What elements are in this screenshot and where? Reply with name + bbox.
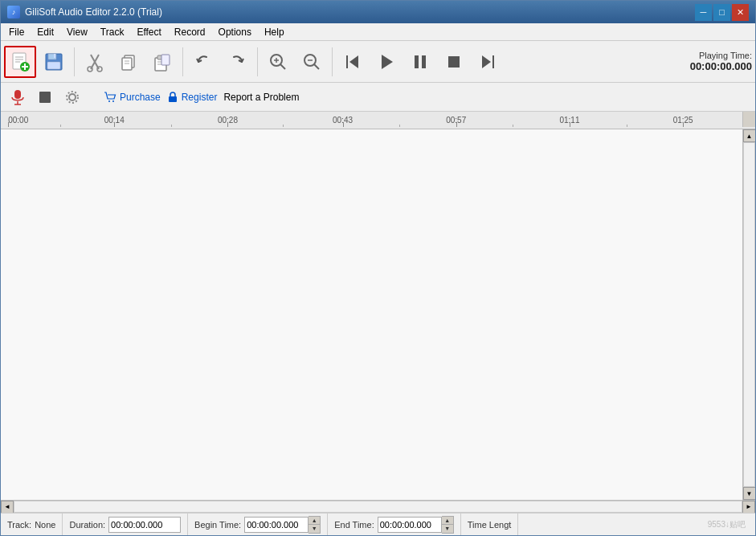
record-stop-icon bbox=[37, 89, 53, 105]
menu-track[interactable]: Track bbox=[94, 23, 131, 40]
track-label: Track: bbox=[7, 520, 31, 530]
settings-button[interactable] bbox=[60, 86, 84, 108]
end-time-spinner: ▲ ▼ bbox=[378, 516, 454, 534]
scroll-left-arrow[interactable]: ◄ bbox=[1, 501, 14, 513]
duration-field: Duration: bbox=[63, 513, 188, 535]
svg-rect-36 bbox=[448, 56, 460, 68]
purchase-label: Purchase bbox=[120, 92, 161, 103]
cut-icon bbox=[84, 51, 105, 72]
redo-button[interactable] bbox=[221, 46, 253, 78]
corner-stub bbox=[742, 112, 755, 127]
svg-rect-42 bbox=[39, 92, 51, 103]
copy-button[interactable] bbox=[112, 46, 145, 78]
begin-time-spin-up[interactable]: ▲ bbox=[309, 517, 320, 525]
register-label: Register bbox=[182, 92, 218, 103]
vertical-scrollbar[interactable]: ▲ ▼ bbox=[742, 129, 755, 500]
paste-icon bbox=[152, 51, 173, 72]
svg-rect-47 bbox=[169, 96, 177, 102]
paste-button[interactable] bbox=[146, 46, 178, 78]
save-icon bbox=[43, 51, 65, 73]
scroll-down-arrow[interactable]: ▼ bbox=[743, 487, 756, 500]
scroll-track-h[interactable] bbox=[14, 501, 742, 513]
scroll-track-v[interactable] bbox=[743, 142, 755, 487]
svg-marker-33 bbox=[382, 55, 393, 69]
duration-input[interactable] bbox=[108, 517, 181, 533]
menu-help[interactable]: Help bbox=[258, 23, 291, 40]
skip-end-icon bbox=[478, 52, 497, 72]
cut-button[interactable] bbox=[79, 46, 111, 78]
pause-button[interactable] bbox=[404, 46, 436, 78]
horizontal-scrollbar[interactable]: ◄ ► bbox=[1, 500, 755, 513]
zoom-in-button[interactable] bbox=[262, 46, 294, 78]
toolbar-separator-2 bbox=[182, 47, 183, 76]
cart-icon bbox=[104, 92, 116, 103]
svg-point-46 bbox=[112, 100, 114, 102]
main-area: 00:00 00:14 00:28 00:43 00:57 01:11 01:2… bbox=[1, 112, 755, 513]
gear-icon bbox=[63, 88, 81, 106]
stop-button[interactable] bbox=[438, 46, 470, 78]
end-time-spin-down[interactable]: ▼ bbox=[442, 525, 453, 533]
playing-time-label: Playing Time: bbox=[699, 51, 752, 60]
duration-label: Duration: bbox=[69, 520, 105, 530]
menu-options[interactable]: Options bbox=[212, 23, 258, 40]
svg-line-29 bbox=[314, 64, 319, 69]
watermark: 9553↓贴吧 bbox=[708, 519, 749, 530]
close-button[interactable]: ✕ bbox=[732, 4, 749, 21]
svg-rect-23 bbox=[161, 55, 170, 65]
window-title: GiliSoft Audio Editor 2.2.0 (Trial) bbox=[25, 6, 162, 18]
register-link[interactable]: Register bbox=[167, 92, 218, 103]
tick-6 bbox=[683, 122, 684, 127]
skip-end-button[interactable] bbox=[472, 46, 504, 78]
menu-edit[interactable]: Edit bbox=[31, 23, 60, 40]
begin-time-field: Begin Time: ▲ ▼ bbox=[188, 513, 328, 535]
play-button[interactable] bbox=[370, 46, 403, 78]
playing-time-display: Playing Time: 00:00:00.000 bbox=[690, 51, 752, 72]
svg-rect-10 bbox=[47, 62, 60, 69]
toolbar-separator-3 bbox=[257, 47, 258, 76]
svg-rect-9 bbox=[54, 54, 55, 58]
svg-rect-34 bbox=[415, 55, 419, 68]
zoom-out-button[interactable] bbox=[296, 46, 328, 78]
timeline-mark-0: 00:00 bbox=[8, 116, 28, 125]
menu-record[interactable]: Record bbox=[168, 23, 212, 40]
purchase-link[interactable]: Purchase bbox=[104, 92, 161, 103]
end-time-field: End Time: ▲ ▼ bbox=[328, 513, 461, 535]
timeline-ruler: 00:00 00:14 00:28 00:43 00:57 01:11 01:2… bbox=[1, 112, 755, 129]
begin-time-spinner: ▲ ▼ bbox=[244, 516, 321, 534]
menu-effect[interactable]: Effect bbox=[130, 23, 167, 40]
stop-icon bbox=[444, 52, 464, 72]
status-bar: Track: None Duration: Begin Time: ▲ ▼ En… bbox=[1, 513, 755, 535]
minimize-button[interactable]: ─ bbox=[695, 4, 712, 21]
svg-point-43 bbox=[69, 94, 76, 100]
svg-line-25 bbox=[280, 64, 285, 69]
report-link[interactable]: Report a Problem bbox=[223, 92, 299, 103]
menu-file[interactable]: File bbox=[2, 23, 31, 40]
new-button[interactable] bbox=[4, 46, 36, 78]
time-length-field: Time Lengt bbox=[461, 513, 519, 535]
tick-3 bbox=[343, 122, 344, 127]
begin-time-label: Begin Time: bbox=[194, 520, 241, 530]
save-button[interactable] bbox=[38, 46, 70, 78]
new-icon bbox=[9, 51, 31, 73]
title-controls: ─ □ ✕ bbox=[695, 4, 749, 21]
begin-time-spin-down[interactable]: ▼ bbox=[309, 525, 320, 533]
end-time-label: End Time: bbox=[334, 520, 374, 530]
end-time-spin-up[interactable]: ▲ bbox=[442, 517, 453, 525]
microphone-icon bbox=[9, 88, 27, 106]
scroll-right-arrow[interactable]: ► bbox=[742, 501, 755, 513]
track-value: None bbox=[35, 520, 55, 530]
record-stop-button[interactable] bbox=[33, 86, 57, 108]
maximize-button[interactable]: □ bbox=[713, 4, 730, 21]
tick-4 bbox=[456, 122, 457, 127]
begin-time-input[interactable] bbox=[244, 517, 309, 533]
svg-marker-38 bbox=[482, 55, 491, 68]
playing-time-value: 00:00:00.000 bbox=[690, 60, 752, 72]
menu-view[interactable]: View bbox=[60, 23, 94, 40]
skip-start-button[interactable] bbox=[337, 46, 369, 78]
record-button[interactable] bbox=[6, 86, 30, 108]
end-time-input[interactable] bbox=[378, 517, 442, 533]
tick-2 bbox=[227, 122, 228, 127]
scroll-up-arrow[interactable]: ▲ bbox=[743, 129, 756, 142]
undo-button[interactable] bbox=[187, 46, 219, 78]
track-field: Track: None bbox=[7, 513, 63, 535]
